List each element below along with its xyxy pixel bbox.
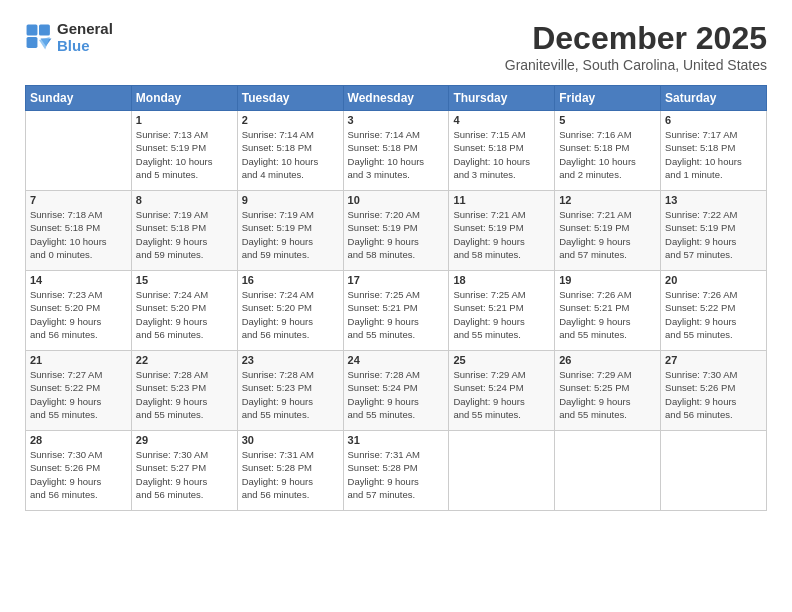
day-info: Sunrise: 7:14 AM Sunset: 5:18 PM Dayligh…: [242, 128, 339, 181]
day-number: 3: [348, 114, 445, 126]
calendar-cell: 15Sunrise: 7:24 AM Sunset: 5:20 PM Dayli…: [131, 271, 237, 351]
subtitle: Graniteville, South Carolina, United Sta…: [505, 57, 767, 73]
day-info: Sunrise: 7:25 AM Sunset: 5:21 PM Dayligh…: [348, 288, 445, 341]
calendar-cell: 18Sunrise: 7:25 AM Sunset: 5:21 PM Dayli…: [449, 271, 555, 351]
calendar-header-row: SundayMondayTuesdayWednesdayThursdayFrid…: [26, 86, 767, 111]
calendar-cell: [449, 431, 555, 511]
day-info: Sunrise: 7:18 AM Sunset: 5:18 PM Dayligh…: [30, 208, 127, 261]
day-number: 9: [242, 194, 339, 206]
calendar-cell: 28Sunrise: 7:30 AM Sunset: 5:26 PM Dayli…: [26, 431, 132, 511]
day-info: Sunrise: 7:13 AM Sunset: 5:19 PM Dayligh…: [136, 128, 233, 181]
day-number: 25: [453, 354, 550, 366]
calendar-cell: 16Sunrise: 7:24 AM Sunset: 5:20 PM Dayli…: [237, 271, 343, 351]
day-number: 31: [348, 434, 445, 446]
day-number: 24: [348, 354, 445, 366]
calendar-cell: 31Sunrise: 7:31 AM Sunset: 5:28 PM Dayli…: [343, 431, 449, 511]
calendar-table: SundayMondayTuesdayWednesdayThursdayFrid…: [25, 85, 767, 511]
svg-marker-4: [39, 37, 50, 49]
day-number: 21: [30, 354, 127, 366]
day-number: 12: [559, 194, 656, 206]
day-info: Sunrise: 7:31 AM Sunset: 5:28 PM Dayligh…: [348, 448, 445, 501]
calendar-cell: 25Sunrise: 7:29 AM Sunset: 5:24 PM Dayli…: [449, 351, 555, 431]
calendar-cell: 29Sunrise: 7:30 AM Sunset: 5:27 PM Dayli…: [131, 431, 237, 511]
day-info: Sunrise: 7:16 AM Sunset: 5:18 PM Dayligh…: [559, 128, 656, 181]
day-number: 2: [242, 114, 339, 126]
calendar-cell: 10Sunrise: 7:20 AM Sunset: 5:19 PM Dayli…: [343, 191, 449, 271]
day-info: Sunrise: 7:19 AM Sunset: 5:19 PM Dayligh…: [242, 208, 339, 261]
calendar-cell: 8Sunrise: 7:19 AM Sunset: 5:18 PM Daylig…: [131, 191, 237, 271]
calendar-cell: 13Sunrise: 7:22 AM Sunset: 5:19 PM Dayli…: [661, 191, 767, 271]
day-info: Sunrise: 7:31 AM Sunset: 5:28 PM Dayligh…: [242, 448, 339, 501]
day-number: 4: [453, 114, 550, 126]
day-number: 23: [242, 354, 339, 366]
day-header-monday: Monday: [131, 86, 237, 111]
day-info: Sunrise: 7:30 AM Sunset: 5:26 PM Dayligh…: [30, 448, 127, 501]
calendar-cell: [555, 431, 661, 511]
calendar-cell: 5Sunrise: 7:16 AM Sunset: 5:18 PM Daylig…: [555, 111, 661, 191]
svg-rect-2: [39, 25, 50, 36]
day-info: Sunrise: 7:28 AM Sunset: 5:24 PM Dayligh…: [348, 368, 445, 421]
calendar-cell: 4Sunrise: 7:15 AM Sunset: 5:18 PM Daylig…: [449, 111, 555, 191]
day-number: 26: [559, 354, 656, 366]
day-number: 8: [136, 194, 233, 206]
calendar-cell: 30Sunrise: 7:31 AM Sunset: 5:28 PM Dayli…: [237, 431, 343, 511]
day-header-wednesday: Wednesday: [343, 86, 449, 111]
day-info: Sunrise: 7:15 AM Sunset: 5:18 PM Dayligh…: [453, 128, 550, 181]
day-header-friday: Friday: [555, 86, 661, 111]
day-info: Sunrise: 7:29 AM Sunset: 5:25 PM Dayligh…: [559, 368, 656, 421]
day-info: Sunrise: 7:17 AM Sunset: 5:18 PM Dayligh…: [665, 128, 762, 181]
calendar-week-2: 7Sunrise: 7:18 AM Sunset: 5:18 PM Daylig…: [26, 191, 767, 271]
day-header-sunday: Sunday: [26, 86, 132, 111]
day-number: 22: [136, 354, 233, 366]
month-title: December 2025: [505, 20, 767, 57]
calendar-cell: 7Sunrise: 7:18 AM Sunset: 5:18 PM Daylig…: [26, 191, 132, 271]
day-info: Sunrise: 7:30 AM Sunset: 5:26 PM Dayligh…: [665, 368, 762, 421]
calendar-cell: 23Sunrise: 7:28 AM Sunset: 5:23 PM Dayli…: [237, 351, 343, 431]
svg-rect-1: [27, 37, 38, 48]
calendar-cell: 21Sunrise: 7:27 AM Sunset: 5:22 PM Dayli…: [26, 351, 132, 431]
calendar-week-4: 21Sunrise: 7:27 AM Sunset: 5:22 PM Dayli…: [26, 351, 767, 431]
day-number: 5: [559, 114, 656, 126]
calendar-week-5: 28Sunrise: 7:30 AM Sunset: 5:26 PM Dayli…: [26, 431, 767, 511]
calendar-cell: 6Sunrise: 7:17 AM Sunset: 5:18 PM Daylig…: [661, 111, 767, 191]
calendar-week-1: 1Sunrise: 7:13 AM Sunset: 5:19 PM Daylig…: [26, 111, 767, 191]
calendar-week-3: 14Sunrise: 7:23 AM Sunset: 5:20 PM Dayli…: [26, 271, 767, 351]
day-number: 7: [30, 194, 127, 206]
calendar-cell: 22Sunrise: 7:28 AM Sunset: 5:23 PM Dayli…: [131, 351, 237, 431]
day-info: Sunrise: 7:28 AM Sunset: 5:23 PM Dayligh…: [242, 368, 339, 421]
day-number: 13: [665, 194, 762, 206]
day-info: Sunrise: 7:26 AM Sunset: 5:22 PM Dayligh…: [665, 288, 762, 341]
day-number: 6: [665, 114, 762, 126]
day-header-saturday: Saturday: [661, 86, 767, 111]
logo-line2: Blue: [57, 37, 113, 54]
calendar-cell: 11Sunrise: 7:21 AM Sunset: 5:19 PM Dayli…: [449, 191, 555, 271]
svg-rect-0: [27, 25, 38, 36]
calendar-cell: 27Sunrise: 7:30 AM Sunset: 5:26 PM Dayli…: [661, 351, 767, 431]
day-number: 17: [348, 274, 445, 286]
day-number: 11: [453, 194, 550, 206]
logo-icon: [25, 23, 53, 51]
day-info: Sunrise: 7:21 AM Sunset: 5:19 PM Dayligh…: [453, 208, 550, 261]
header: General Blue December 2025 Graniteville,…: [25, 20, 767, 73]
calendar-cell: 9Sunrise: 7:19 AM Sunset: 5:19 PM Daylig…: [237, 191, 343, 271]
calendar-cell: 20Sunrise: 7:26 AM Sunset: 5:22 PM Dayli…: [661, 271, 767, 351]
logo: General Blue: [25, 20, 113, 55]
day-number: 15: [136, 274, 233, 286]
calendar-cell: 1Sunrise: 7:13 AM Sunset: 5:19 PM Daylig…: [131, 111, 237, 191]
day-number: 18: [453, 274, 550, 286]
day-info: Sunrise: 7:29 AM Sunset: 5:24 PM Dayligh…: [453, 368, 550, 421]
calendar-cell: 17Sunrise: 7:25 AM Sunset: 5:21 PM Dayli…: [343, 271, 449, 351]
calendar-cell: 26Sunrise: 7:29 AM Sunset: 5:25 PM Dayli…: [555, 351, 661, 431]
day-info: Sunrise: 7:19 AM Sunset: 5:18 PM Dayligh…: [136, 208, 233, 261]
title-block: December 2025 Graniteville, South Caroli…: [505, 20, 767, 73]
calendar-cell: [26, 111, 132, 191]
day-number: 16: [242, 274, 339, 286]
day-info: Sunrise: 7:24 AM Sunset: 5:20 PM Dayligh…: [136, 288, 233, 341]
calendar-cell: 14Sunrise: 7:23 AM Sunset: 5:20 PM Dayli…: [26, 271, 132, 351]
day-number: 14: [30, 274, 127, 286]
day-header-thursday: Thursday: [449, 86, 555, 111]
logo-line1: General: [57, 20, 113, 37]
day-info: Sunrise: 7:23 AM Sunset: 5:20 PM Dayligh…: [30, 288, 127, 341]
day-info: Sunrise: 7:21 AM Sunset: 5:19 PM Dayligh…: [559, 208, 656, 261]
calendar-cell: 24Sunrise: 7:28 AM Sunset: 5:24 PM Dayli…: [343, 351, 449, 431]
